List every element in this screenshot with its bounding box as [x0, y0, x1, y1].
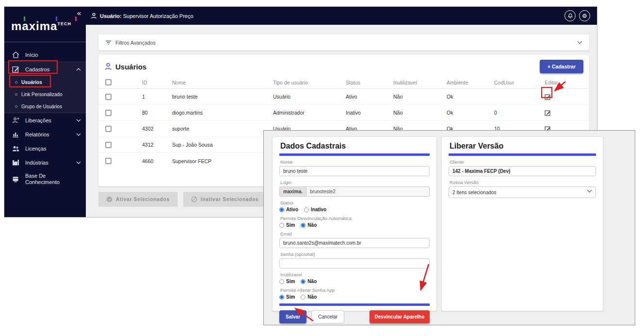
inutilizavel-nao-radio[interactable]: Não [301, 279, 317, 284]
title-accent-bar [279, 153, 430, 156]
title-accent-bar [449, 153, 596, 156]
desvinculacao-sim-radio[interactable]: Sim [279, 222, 295, 228]
login-prefix: maxima. [279, 186, 306, 197]
footer-accent-bar [279, 303, 430, 306]
check-circle-icon [106, 196, 113, 202]
logo-tick-green [24, 17, 25, 21]
status-inativo-radio[interactable]: Inativo [304, 207, 326, 212]
dados-cadastrais-title: Dados Cadastrais [280, 142, 430, 151]
alterar-senha-nao-radio[interactable]: Não [301, 294, 317, 300]
liberar-versao-card: Liberar Versão Cliente 142 - Maxima FECP… [441, 136, 603, 311]
sidebar-item-inicio[interactable]: Início [4, 48, 86, 62]
dados-cadastrais-card: Dados Cadastrais Nome bruno teste Login … [272, 136, 437, 311]
topbar: Usuário: Supervisor Autorização Preço ⚙ [4, 7, 597, 25]
user-label-name: Supervisor Autorização Preço [123, 13, 193, 19]
senha-field[interactable] [279, 258, 430, 269]
edit-row-icon[interactable] [545, 110, 589, 116]
logo: maximaTECH [11, 19, 71, 33]
book-icon [12, 176, 19, 183]
sidebar: « maximaTECH Início Cadastros [4, 7, 86, 217]
user-icon [91, 13, 97, 19]
row-checkbox[interactable] [105, 94, 112, 100]
sidebar-item-relatorios[interactable]: Relatórios [4, 127, 86, 141]
deactivate-selected-button[interactable]: Inativar Selecionados [183, 192, 267, 207]
sidebar-item-usuarios[interactable]: Usuários [4, 76, 86, 88]
rotina-versao-select[interactable]: 2 itens selecionados [449, 186, 596, 198]
email-field[interactable]: bruno.santo2s@maximatech.com.br [279, 238, 430, 248]
cancel-button[interactable]: Cancelar [311, 310, 344, 323]
home-icon [12, 51, 19, 58]
status-ativo-radio[interactable]: Ativo [279, 207, 298, 212]
desvinculacao-label: Permite Desvinculação Automática [280, 216, 430, 221]
sidebar-item-industrias[interactable]: Indústrias [4, 155, 86, 169]
edit-row-icon[interactable] [545, 94, 589, 100]
sidebar-item-grupo-de-usuarios[interactable]: Grupo de Usuários [4, 101, 86, 113]
people-icon [12, 145, 19, 152]
user-icon [104, 63, 112, 70]
edit-user-modal: Dados Cadastrais Nome bruno teste Login … [263, 130, 635, 325]
activate-selected-button[interactable]: Ativar Selecionados [98, 192, 177, 207]
alterar-senha-sim-radio[interactable]: Sim [279, 294, 295, 300]
bar-chart-icon [12, 131, 19, 138]
save-button[interactable]: Salvar [279, 310, 306, 323]
sidebar-item-liberacoes[interactable]: Liberações [4, 113, 86, 127]
liberar-versao-title: Liberar Versão [450, 142, 596, 151]
sidebar-item-link-personalizado[interactable]: Link Personalizado [4, 88, 86, 101]
table-header: ID Nome Tipo de usuário Status Inutiliza… [98, 76, 589, 89]
sidebar-divider [4, 42, 86, 42]
unlink-device-button[interactable]: Desvincular Aparelho [370, 310, 430, 323]
topbar-user: Usuário: Supervisor Autorização Preço [91, 13, 193, 19]
users-card-title: Usuários [104, 63, 146, 71]
chevron-down-icon [76, 119, 81, 122]
user-label-prefix: Usuário: [100, 13, 122, 19]
sidebar-item-cadastros[interactable]: Cadastros [4, 62, 86, 76]
filter-icon [105, 40, 112, 45]
cliente-label: Cliente [450, 159, 596, 165]
inutilizavel-sim-radio[interactable]: Sim [279, 279, 295, 284]
sidebar-item-licencas[interactable]: Licenças [4, 141, 86, 155]
sidebar-item-base-de-conhecimento[interactable]: Base De Conhecimento [4, 169, 86, 189]
bullet-icon [15, 93, 17, 96]
row-checkbox[interactable] [105, 110, 112, 116]
logo-text: maxima [11, 19, 57, 33]
logo-sub-text: TECH [57, 21, 71, 26]
row-checkbox[interactable] [105, 126, 112, 132]
rotina-versao-label: Rotina Versão [450, 180, 596, 185]
chevron-down-icon[interactable] [577, 41, 582, 44]
bullet-icon [15, 105, 17, 108]
settings-gear-icon[interactable]: ⚙ [579, 10, 590, 21]
row-checkbox[interactable] [105, 142, 112, 148]
bullet-icon [15, 81, 17, 84]
filters-bar[interactable]: Filtros Avançados [98, 34, 589, 50]
login-field[interactable]: brunoteste2 [306, 186, 430, 197]
desvinculacao-nao-radio[interactable]: Não [301, 222, 317, 228]
chevron-down-icon [76, 161, 81, 164]
row-checkbox[interactable] [105, 158, 112, 164]
nome-field[interactable]: bruno teste [279, 166, 430, 176]
slash-circle-icon [191, 196, 197, 202]
senha-label: Senha (opcional) [280, 252, 430, 257]
table-row: 80 diogo.martins Administrador Inativo N… [98, 105, 589, 121]
factory-icon [12, 159, 19, 166]
nome-label: Nome [280, 159, 430, 165]
sidebar-collapse-icon[interactable]: « [77, 9, 81, 17]
table-row: 1 bruno teste Usuário Ativo Não Ok [98, 89, 589, 105]
cliente-field[interactable]: 142 - Maxima FECP (Dev) [449, 166, 596, 176]
email-label: Email [280, 231, 430, 236]
select-all-checkbox[interactable] [105, 79, 112, 85]
chevron-down-icon [587, 189, 592, 193]
edit-square-icon [12, 66, 19, 73]
filters-title: Filtros Avançados [115, 40, 156, 46]
notifications-bell-icon[interactable] [564, 10, 576, 21]
login-label: Login [280, 180, 430, 185]
logo-tick-blue [56, 17, 57, 21]
logo-tick-pink [75, 17, 77, 21]
chevron-down-icon [76, 133, 81, 136]
chevron-up-icon [76, 68, 81, 71]
person-plus-icon [12, 117, 19, 124]
add-user-button[interactable]: + Cadastrar [540, 60, 583, 73]
inutilizavel-label: Inutilizavel [280, 272, 430, 277]
alterar-senha-label: Permite Alterar Senha App [280, 287, 430, 293]
status-label: Status [280, 200, 430, 205]
